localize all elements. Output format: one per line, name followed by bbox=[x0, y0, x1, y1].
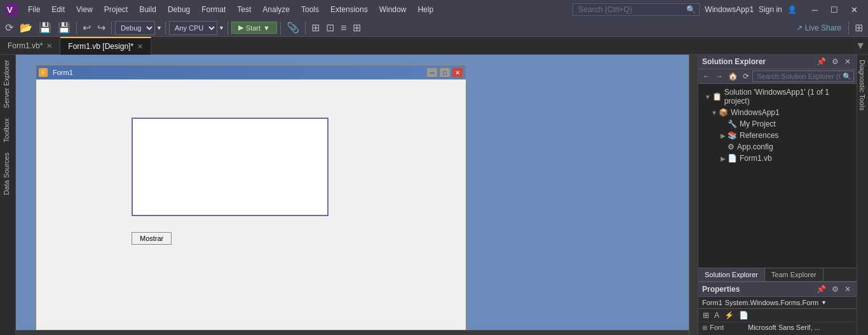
attach-button[interactable]: 📎 bbox=[284, 22, 302, 34]
prop-pin-button[interactable]: 📌 bbox=[815, 284, 828, 294]
tree-project[interactable]: ▼ 📦 WindowsApp1 bbox=[698, 107, 857, 118]
designer-scrollbar-right[interactable] bbox=[689, 55, 698, 335]
menu-debug[interactable]: Debug bbox=[163, 3, 195, 17]
sol-pin-button[interactable]: 📌 bbox=[815, 57, 828, 67]
app-config-icon: ⚙ bbox=[728, 142, 735, 151]
menu-window[interactable]: Window bbox=[374, 3, 412, 17]
toolbar-btn-extra[interactable]: ⊞ bbox=[309, 22, 322, 34]
designer-inner: F Form1 ─ □ ✕ Mostrar bbox=[16, 55, 698, 335]
redo-button[interactable]: ↪ bbox=[95, 22, 108, 34]
menu-extensions[interactable]: Extensions bbox=[325, 3, 373, 17]
sol-tab-solution-explorer[interactable]: Solution Explorer bbox=[698, 268, 765, 281]
left-sidebar: Server Explorer Toolbox Data Sources bbox=[0, 55, 16, 335]
prop-alpha-button[interactable]: Α bbox=[712, 310, 721, 320]
menu-file[interactable]: File bbox=[23, 3, 45, 17]
solution-search-input[interactable] bbox=[752, 71, 854, 82]
designer-scrollbar-bottom[interactable] bbox=[16, 330, 689, 335]
play-icon: ▶ bbox=[238, 24, 243, 32]
debug-config-arrow: ▼ bbox=[156, 25, 162, 31]
form-minimize-button[interactable]: ─ bbox=[426, 67, 438, 78]
tree-form1-vb[interactable]: ▶ 📄 Form1.vb bbox=[698, 153, 857, 164]
tab-close-0[interactable]: ✕ bbox=[46, 42, 52, 50]
right-panel: Solution Explorer 📌 ⚙ ✕ ← → 🏠 ⟳ 🔍 bbox=[698, 55, 857, 335]
menu-tools[interactable]: Tools bbox=[296, 3, 324, 17]
user-icon: 👤 bbox=[787, 5, 797, 14]
menu-analyze[interactable]: Analyze bbox=[257, 3, 295, 17]
sol-close-button[interactable]: ✕ bbox=[843, 57, 853, 67]
toolbar-btn-extra3[interactable]: ≡ bbox=[338, 22, 349, 34]
mostrar-button[interactable]: Mostrar bbox=[132, 232, 172, 245]
toolbar-separator-6 bbox=[305, 22, 306, 34]
form1-expand: ▶ bbox=[719, 155, 728, 162]
references-icon: 📚 bbox=[728, 131, 737, 140]
sol-back-button[interactable]: ← bbox=[701, 71, 712, 81]
diagnostic-tools-label[interactable]: Diagnostic Tools bbox=[857, 55, 868, 116]
form-maximize-button[interactable]: □ bbox=[439, 67, 451, 78]
form-close-button[interactable]: ✕ bbox=[452, 67, 463, 78]
minimize-button[interactable]: ─ bbox=[807, 4, 823, 16]
platform-dropdown[interactable]: Any CPU bbox=[169, 21, 217, 35]
menu-project[interactable]: Project bbox=[99, 3, 133, 17]
platform-arrow: ▼ bbox=[219, 25, 224, 31]
prop-pages-button[interactable]: 📄 bbox=[737, 310, 750, 320]
layout-button[interactable]: ⊞ bbox=[852, 22, 865, 34]
app-config-label: App.config bbox=[737, 142, 773, 151]
save-all-button[interactable]: 💾 bbox=[55, 22, 73, 34]
prop-categories-button[interactable]: ⊞ bbox=[701, 310, 711, 320]
sidebar-toolbox[interactable]: Toolbox bbox=[0, 113, 15, 147]
prop-dropdown-arrow[interactable]: ▼ bbox=[821, 299, 827, 306]
menu-help[interactable]: Help bbox=[412, 3, 438, 17]
undo-button[interactable]: ↩ bbox=[80, 22, 93, 34]
svg-text:V: V bbox=[7, 5, 13, 15]
tree-references[interactable]: ▶ 📚 References bbox=[698, 130, 857, 141]
prop-object-name: Form1 bbox=[702, 299, 722, 306]
sol-settings-button[interactable]: ⚙ bbox=[830, 57, 841, 67]
font-property-label: Font bbox=[710, 324, 748, 331]
tree-solution[interactable]: ▼ 📋 Solution 'WindowsApp1' (1 of 1 proje… bbox=[698, 86, 857, 107]
toolbar-btn-extra4[interactable]: ⊞ bbox=[350, 22, 363, 34]
sidebar-data-sources[interactable]: Data Sources bbox=[0, 147, 15, 200]
title-search-input[interactable] bbox=[573, 3, 700, 16]
solution-explorer-toolbar: ← → 🏠 ⟳ 🔍 bbox=[698, 69, 857, 84]
prop-events-button[interactable]: ⚡ bbox=[722, 310, 736, 320]
project-expand-icon: ▼ bbox=[710, 109, 719, 116]
sign-in-link[interactable]: Sign in bbox=[759, 5, 782, 14]
sol-home-button[interactable]: 🏠 bbox=[726, 71, 740, 81]
start-button[interactable]: ▶ Start ▼ bbox=[231, 22, 277, 34]
prop-close-button[interactable]: ✕ bbox=[843, 284, 853, 294]
tree-app-config[interactable]: ⚙ App.config bbox=[698, 141, 857, 153]
menu-test[interactable]: Test bbox=[232, 3, 256, 17]
toolbar-separator-7 bbox=[848, 22, 849, 34]
tab-close-1[interactable]: ✕ bbox=[137, 43, 143, 51]
references-expand: ▶ bbox=[719, 132, 728, 139]
prop-settings-button[interactable]: ⚙ bbox=[830, 284, 841, 294]
sol-search-icon: 🔍 bbox=[843, 72, 851, 81]
menu-format[interactable]: Format bbox=[196, 3, 231, 17]
open-button[interactable]: 📂 bbox=[17, 22, 35, 34]
sol-tab-team-explorer[interactable]: Team Explorer bbox=[765, 268, 824, 281]
tab-form1-design[interactable]: Form1.vb [Design]* ✕ bbox=[60, 37, 151, 55]
form-controls: ─ □ ✕ bbox=[426, 67, 463, 78]
tab-overflow-button[interactable]: ▼ bbox=[853, 37, 868, 54]
tab-form1-vb[interactable]: Form1.vb* ✕ bbox=[0, 37, 60, 55]
sidebar-server-explorer[interactable]: Server Explorer bbox=[0, 55, 15, 113]
project-label: WindowsApp1 bbox=[731, 108, 780, 117]
menu-view[interactable]: View bbox=[71, 3, 98, 17]
toolbar-btn-extra2[interactable]: ⊡ bbox=[323, 22, 337, 34]
close-button[interactable]: ✕ bbox=[846, 4, 863, 16]
new-project-button[interactable]: ⟳ bbox=[3, 22, 16, 34]
toolbar-separator-2 bbox=[111, 22, 112, 34]
live-share-button[interactable]: ↗ Live Share bbox=[792, 22, 845, 34]
sol-forward-button[interactable]: → bbox=[714, 71, 725, 81]
maximize-button[interactable]: ☐ bbox=[825, 4, 843, 16]
menu-build[interactable]: Build bbox=[134, 3, 161, 17]
save-button[interactable]: 💾 bbox=[36, 22, 54, 34]
start-label: Start bbox=[246, 24, 261, 32]
tree-my-project[interactable]: 🔧 My Project bbox=[698, 118, 857, 130]
debug-config-dropdown[interactable]: Debug bbox=[115, 21, 155, 35]
font-expand-icon[interactable]: ⊞ bbox=[702, 324, 707, 331]
expand-icon: ▼ bbox=[703, 93, 712, 100]
references-label: References bbox=[740, 131, 778, 140]
menu-edit[interactable]: Edit bbox=[46, 3, 70, 17]
sol-sync-button[interactable]: ⟳ bbox=[741, 71, 751, 81]
